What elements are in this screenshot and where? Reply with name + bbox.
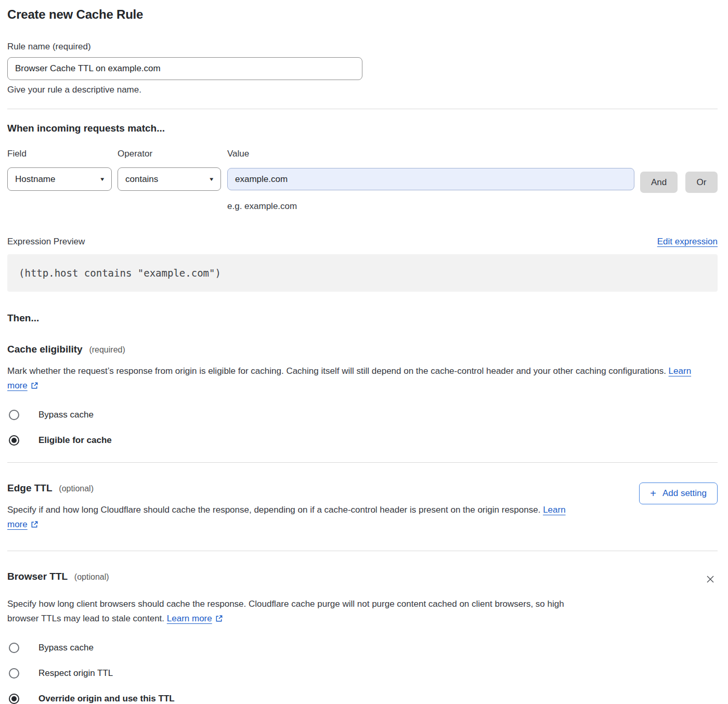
radio-respect-origin-ttl[interactable]: Respect origin TTL — [7, 668, 718, 679]
operator-select[interactable]: contains ▾ — [118, 167, 221, 191]
value-input[interactable] — [227, 168, 634, 190]
edge-ttl-optional-tag: (optional) — [59, 484, 94, 493]
radio-circle — [9, 668, 19, 679]
radio-bypass-cache[interactable]: Bypass cache — [7, 643, 718, 653]
radio-circle — [9, 410, 19, 420]
radio-circle — [9, 435, 19, 446]
radio-label: Bypass cache — [38, 410, 94, 420]
external-link-icon — [31, 518, 38, 533]
create-cache-rule-page: Create new Cache Rule Rule name (require… — [0, 0, 728, 704]
or-button[interactable]: Or — [685, 172, 718, 193]
match-heading: When incoming requests match... — [7, 123, 718, 134]
add-setting-label: Add setting — [662, 488, 707, 499]
divider — [7, 551, 718, 551]
close-icon[interactable] — [703, 572, 718, 588]
browser-ttl-heading: Browser TTL — [7, 571, 68, 582]
then-heading: Then... — [7, 312, 718, 324]
rule-name-input[interactable] — [7, 57, 362, 80]
rule-name-help: Give your rule a descriptive name. — [7, 85, 718, 95]
field-label: Field — [7, 149, 112, 159]
rule-name-label: Rule name (required) — [7, 42, 718, 52]
radio-label: Eligible for cache — [38, 435, 112, 446]
cache-eligibility-description-text: Mark whether the request’s response from… — [7, 366, 666, 376]
page-title: Create new Cache Rule — [7, 7, 718, 22]
chevron-down-icon: ▾ — [210, 176, 214, 182]
browser-ttl-description-text: Specify how long client browsers should … — [7, 599, 564, 623]
plus-icon: + — [650, 488, 656, 499]
radio-circle — [9, 643, 19, 653]
browser-ttl-options: Bypass cache Respect origin TTL Override… — [7, 643, 718, 704]
radio-label: Respect origin TTL — [38, 668, 113, 679]
cache-eligibility-required-tag: (required) — [89, 345, 125, 354]
edge-ttl-description: Specify if and how long Cloudflare shoul… — [7, 503, 579, 533]
divider — [7, 462, 718, 463]
cache-eligibility-description: Mark whether the request’s response from… — [7, 364, 707, 394]
radio-bypass-cache[interactable]: Bypass cache — [7, 410, 718, 420]
edge-ttl-section: Edge TTL (optional) Specify if and how l… — [7, 483, 718, 533]
external-link-icon — [31, 380, 38, 394]
browser-ttl-section: Browser TTL (optional) Specify how long … — [7, 571, 718, 704]
radio-eligible-for-cache[interactable]: Eligible for cache — [7, 435, 718, 446]
add-setting-button[interactable]: + Add setting — [639, 483, 718, 504]
browser-ttl-description: Specify how long client browsers should … — [7, 597, 579, 627]
expression-code-block: (http.host contains "example.com") — [7, 254, 718, 292]
edge-ttl-heading: Edge TTL — [7, 483, 53, 493]
cache-eligibility-section: Cache eligibility (required) Mark whethe… — [7, 344, 718, 446]
operator-select-value: contains — [125, 174, 158, 185]
divider — [7, 109, 718, 109]
chevron-down-icon: ▾ — [101, 176, 105, 182]
external-link-icon — [215, 612, 223, 627]
edit-expression-link[interactable]: Edit expression — [657, 237, 718, 247]
field-select[interactable]: Hostname ▾ — [7, 167, 112, 191]
value-label: Value — [227, 149, 634, 159]
browser-ttl-learn-more-link[interactable]: Learn more — [167, 614, 212, 623]
match-section: When incoming requests match... Field Ho… — [7, 123, 718, 212]
radio-circle — [9, 694, 19, 704]
expression-code: (http.host contains "example.com") — [19, 267, 221, 279]
edge-ttl-description-text: Specify if and how long Cloudflare shoul… — [7, 505, 540, 515]
browser-ttl-optional-tag: (optional) — [74, 572, 109, 581]
cache-eligibility-heading: Cache eligibility — [7, 344, 83, 355]
cache-eligibility-options: Bypass cache Eligible for cache — [7, 410, 718, 446]
radio-override-origin-ttl[interactable]: Override origin and use this TTL — [7, 694, 718, 704]
operator-label: Operator — [118, 149, 221, 159]
radio-label: Override origin and use this TTL — [38, 694, 175, 704]
and-button[interactable]: And — [640, 172, 678, 193]
radio-label: Bypass cache — [38, 643, 94, 653]
field-select-value: Hostname — [15, 174, 55, 185]
value-help: e.g. example.com — [227, 201, 718, 212]
expression-preview-label: Expression Preview — [7, 237, 85, 247]
